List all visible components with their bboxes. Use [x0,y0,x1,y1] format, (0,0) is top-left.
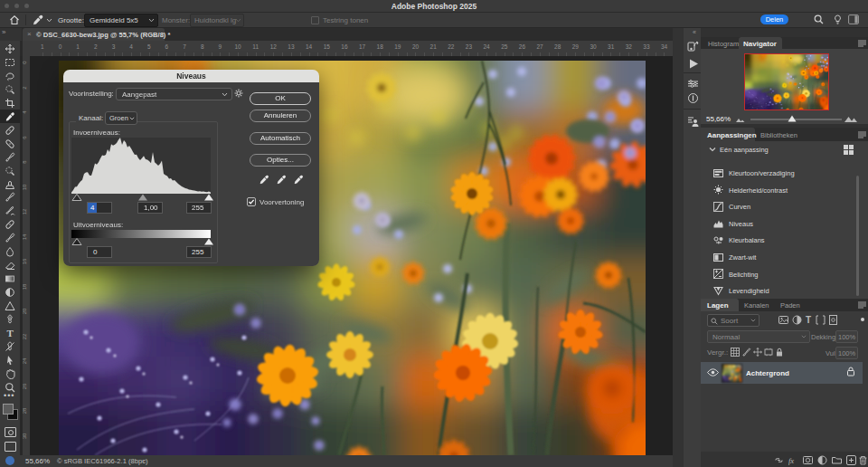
svg-text:T: T [7,328,14,338]
svg-text:fx: fx [788,456,794,465]
svg-text:T: T [806,315,811,325]
